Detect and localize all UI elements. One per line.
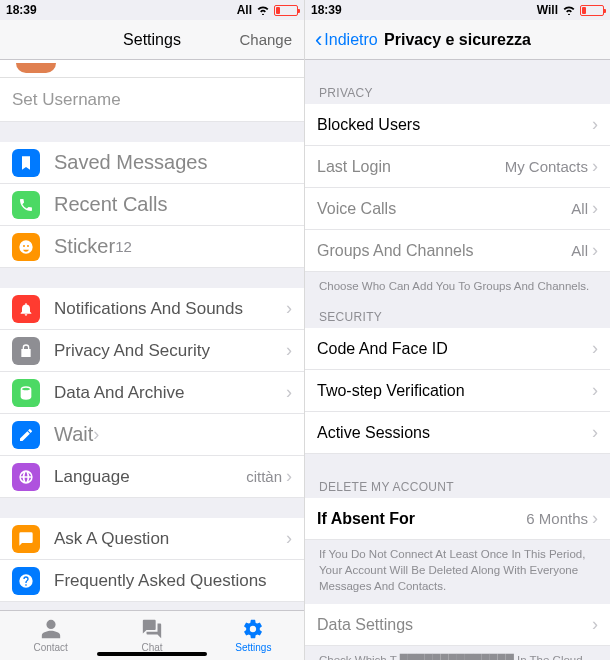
two-step-row[interactable]: Two-step Verification › bbox=[305, 370, 610, 412]
notifications-row[interactable]: Notifications And Sounds › bbox=[0, 288, 304, 330]
chevron-right-icon: › bbox=[286, 528, 292, 549]
battery-icon bbox=[580, 5, 604, 16]
active-sessions-row[interactable]: Active Sessions › bbox=[305, 412, 610, 454]
chevron-right-icon: › bbox=[286, 382, 292, 403]
page-title: Privacy e sicurezza bbox=[384, 31, 531, 49]
person-icon bbox=[38, 618, 64, 640]
username-label: Set Username bbox=[12, 90, 292, 110]
chevron-right-icon: › bbox=[592, 240, 598, 261]
data-archive-row[interactable]: Data And Archive › bbox=[0, 372, 304, 414]
lock-icon bbox=[12, 337, 40, 365]
recent-calls-row[interactable]: Recent Calls bbox=[0, 184, 304, 226]
status-bar: 18:39 Will bbox=[305, 0, 610, 20]
privacy-section-header: PRIVACY bbox=[305, 80, 610, 104]
row-label: Sticker bbox=[54, 235, 115, 258]
chevron-right-icon: › bbox=[286, 340, 292, 361]
home-indicator bbox=[97, 652, 207, 656]
chevron-right-icon: › bbox=[592, 380, 598, 401]
wait-row[interactable]: Wait › bbox=[0, 414, 304, 456]
settings-content: Set Username Saved Messages Recent Calls… bbox=[0, 60, 304, 610]
row-value: cittàn bbox=[246, 468, 282, 485]
profile-header[interactable] bbox=[0, 60, 304, 78]
page-title: Settings bbox=[123, 31, 181, 49]
status-time: 18:39 bbox=[311, 3, 342, 17]
row-label: Frequently Asked Questions bbox=[54, 571, 292, 591]
row-label: Notifications And Sounds bbox=[54, 299, 286, 319]
voice-calls-row[interactable]: Voice Calls All › bbox=[305, 188, 610, 230]
database-icon bbox=[12, 379, 40, 407]
question-icon bbox=[12, 567, 40, 595]
chevron-right-icon: › bbox=[592, 156, 598, 177]
code-faceid-row[interactable]: Code And Face ID › bbox=[305, 328, 610, 370]
data-note: Check Which T ██████████████ In The Clou… bbox=[305, 646, 610, 660]
status-carrier: All bbox=[237, 3, 252, 17]
faq-row[interactable]: Frequently Asked Questions bbox=[0, 560, 304, 602]
language-row[interactable]: Language cittàn › bbox=[0, 456, 304, 498]
bell-icon bbox=[12, 295, 40, 323]
chevron-right-icon: › bbox=[592, 114, 598, 135]
nav-bar: Settings Change bbox=[0, 20, 304, 60]
phone-icon bbox=[12, 191, 40, 219]
back-button[interactable]: ‹ Indietro bbox=[315, 27, 378, 53]
privacy-note: Choose Who Can Add You To Groups And Cha… bbox=[305, 272, 610, 304]
row-value: 12 bbox=[115, 238, 132, 255]
row-label: Ask A Question bbox=[54, 529, 286, 549]
status-carrier: Will bbox=[537, 3, 558, 17]
chevron-right-icon: › bbox=[592, 422, 598, 443]
pencil-icon bbox=[12, 421, 40, 449]
chevron-right-icon: › bbox=[592, 338, 598, 359]
last-login-row[interactable]: Last Login My Contacts › bbox=[305, 146, 610, 188]
ask-question-row[interactable]: Ask A Question › bbox=[0, 518, 304, 560]
sticker-icon bbox=[12, 233, 40, 261]
status-time: 18:39 bbox=[6, 3, 37, 17]
privacy-security-row[interactable]: Privacy And Security › bbox=[0, 330, 304, 372]
groups-channels-row[interactable]: Groups And Channels All › bbox=[305, 230, 610, 272]
wifi-icon bbox=[562, 5, 576, 15]
change-button[interactable]: Change bbox=[239, 31, 292, 48]
chevron-right-icon: › bbox=[93, 424, 99, 445]
chevron-right-icon: › bbox=[592, 198, 598, 219]
chats-icon bbox=[139, 618, 165, 640]
blocked-users-row[interactable]: Blocked Users › bbox=[305, 104, 610, 146]
privacy-security-screen: 18:39 Will ‹ Indietro Privacy e sicurezz… bbox=[305, 0, 610, 660]
data-settings-row[interactable]: Data Settings › bbox=[305, 604, 610, 646]
chevron-right-icon: › bbox=[286, 466, 292, 487]
settings-screen: 18:39 All Settings Change Set Username S… bbox=[0, 0, 305, 660]
tab-settings[interactable]: Settings bbox=[203, 611, 304, 660]
sticker-row[interactable]: Sticker 12 bbox=[0, 226, 304, 268]
if-absent-row[interactable]: If Absent For 6 Months › bbox=[305, 498, 610, 540]
row-label: Privacy And Security bbox=[54, 341, 286, 361]
tab-contact[interactable]: Contact bbox=[0, 611, 101, 660]
back-label: Indietro bbox=[324, 31, 377, 49]
chevron-left-icon: ‹ bbox=[315, 27, 322, 53]
battery-icon bbox=[274, 5, 298, 16]
security-section-header: SECURITY bbox=[305, 304, 610, 328]
nav-bar: ‹ Indietro Privacy e sicurezza bbox=[305, 20, 610, 60]
chat-icon bbox=[12, 525, 40, 553]
privacy-content: PRIVACY Blocked Users › Last Login My Co… bbox=[305, 60, 610, 660]
globe-icon bbox=[12, 463, 40, 491]
saved-messages-row[interactable]: Saved Messages bbox=[0, 142, 304, 184]
row-label: Data And Archive bbox=[54, 383, 286, 403]
row-label: Recent Calls bbox=[54, 193, 167, 216]
chevron-right-icon: › bbox=[592, 614, 598, 635]
row-label: Language bbox=[54, 467, 246, 487]
delete-note: If You Do Not Connect At Least Once In T… bbox=[305, 540, 610, 604]
gear-icon bbox=[240, 618, 266, 640]
status-bar: 18:39 All bbox=[0, 0, 304, 20]
delete-section-header: DELETE MY ACCOUNT bbox=[305, 474, 610, 498]
avatar bbox=[16, 63, 56, 73]
set-username-row[interactable]: Set Username bbox=[0, 78, 304, 122]
row-label: Wait bbox=[54, 423, 93, 446]
row-label: Saved Messages bbox=[54, 151, 207, 174]
chevron-right-icon: › bbox=[286, 298, 292, 319]
wifi-icon bbox=[256, 5, 270, 15]
chevron-right-icon: › bbox=[592, 508, 598, 529]
bookmark-icon bbox=[12, 149, 40, 177]
